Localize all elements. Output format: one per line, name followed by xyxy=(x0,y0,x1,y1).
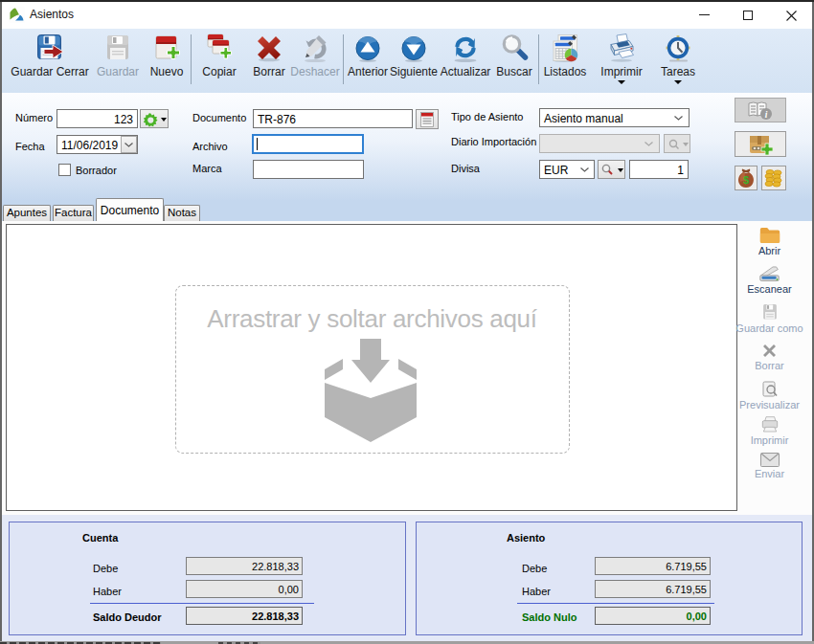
svg-text:$: $ xyxy=(743,174,749,186)
svg-text:i: i xyxy=(765,110,768,120)
